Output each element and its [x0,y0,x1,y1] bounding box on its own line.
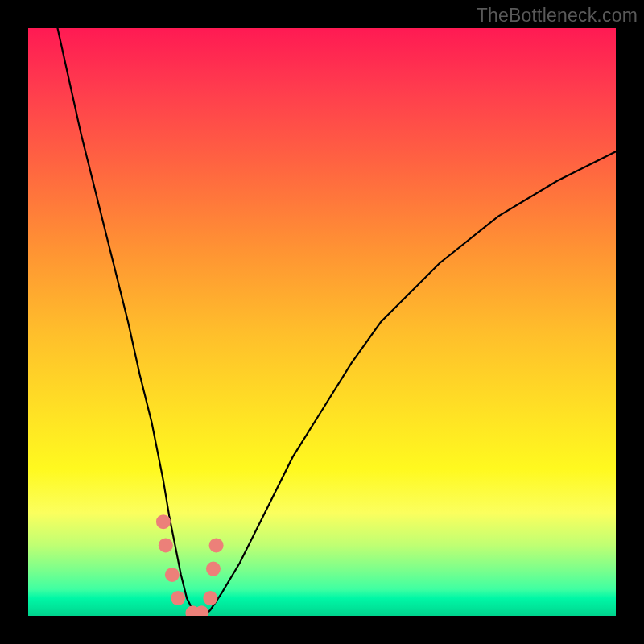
marker-dot [165,568,180,582]
marker-dot [206,562,221,576]
plot-area [28,28,616,616]
curve-svg [28,28,616,616]
marker-dot [156,514,171,529]
marker-dot [159,538,173,552]
bottleneck-curve [58,28,617,616]
marker-dot [171,591,185,605]
curve-markers [156,514,224,616]
marker-dot [209,538,224,552]
watermark-text: TheBottleneck.com [477,5,638,27]
chart-frame: TheBottleneck.com [0,0,644,644]
marker-dot [203,591,217,605]
